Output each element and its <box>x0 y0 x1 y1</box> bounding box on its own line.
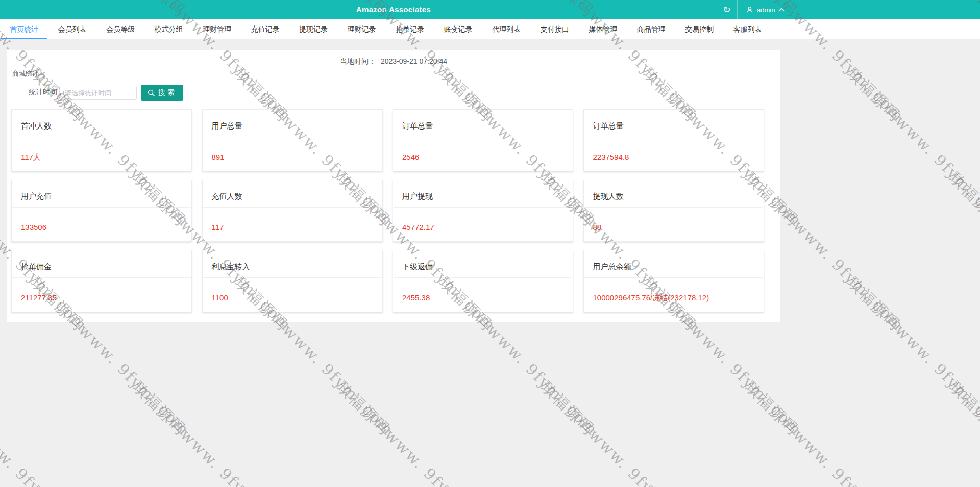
content-panel: 当地时间：2023-09-21 07:20:44 商城统计 统计时间 搜索 首冲… <box>7 50 780 322</box>
stat-card-withdraw-users: 提现人数 88 <box>583 180 764 242</box>
search-icon <box>148 89 155 97</box>
card-divider <box>394 277 572 278</box>
stat-card-order-total: 订单总量 2546 <box>393 109 573 171</box>
search-button-label: 搜索 <box>158 88 177 97</box>
username-label: admin <box>757 6 775 14</box>
stat-card-user-total-balance: 用户总余额 10000296475.76/冻结(232178.12) <box>583 250 764 312</box>
card-value: 133506 <box>21 223 46 232</box>
stat-cards-grid: 首冲人数 117人 用户总量 891 订单总量 2546 订单总量 223759… <box>11 109 764 312</box>
section-label: 商城统计 <box>12 69 39 79</box>
header-divider <box>714 0 714 19</box>
tab-finance-records[interactable]: 理财记录 <box>338 19 386 39</box>
card-divider <box>203 207 382 208</box>
card-title: 首冲人数 <box>21 121 52 131</box>
card-value: 2546 <box>402 152 419 161</box>
card-value: 117人 <box>21 152 41 162</box>
card-value: 45772.17 <box>402 223 434 232</box>
local-time: 当地时间：2023-09-21 07:20:44 <box>7 57 780 66</box>
app-title: Amazon Associates <box>0 0 787 19</box>
tab-finance-management[interactable]: 理财管理 <box>193 19 241 39</box>
watermark-text: 玖福源码www. 9fym. com <box>434 482 602 487</box>
card-title: 订单总量 <box>402 121 433 131</box>
card-divider <box>584 207 763 208</box>
watermark-text: 玖福源码www. 9fym. com <box>843 482 980 487</box>
card-title: 利息宝转入 <box>212 262 250 272</box>
tab-recharge-records[interactable]: 充值记录 <box>241 19 290 39</box>
stat-card-user-total: 用户总量 891 <box>202 109 383 171</box>
card-value: 211277.35 <box>21 293 57 302</box>
stat-card-first-charge-users: 首冲人数 117人 <box>11 109 192 171</box>
tab-member-level[interactable]: 会员等级 <box>96 19 145 39</box>
stat-card-user-recharge: 用户充值 133506 <box>11 180 192 242</box>
stat-card-order-amount-total: 订单总量 2237594.8 <box>583 109 764 171</box>
card-divider <box>394 207 572 208</box>
stat-card-user-withdraw: 用户提现 45772.17 <box>393 180 573 242</box>
local-time-label: 当地时间： <box>340 57 376 65</box>
tab-customer-service-list[interactable]: 客服列表 <box>724 19 772 39</box>
watermark-text: 玖福源码www. 9fym. com <box>639 482 806 487</box>
card-title: 用户总余额 <box>593 262 631 272</box>
card-title: 抢单佣金 <box>21 262 52 272</box>
card-divider <box>203 137 382 137</box>
card-title: 用户提现 <box>402 192 433 201</box>
card-title: 用户充值 <box>21 192 52 201</box>
tab-product-management[interactable]: 商品管理 <box>627 19 676 39</box>
refresh-icon: ↻ <box>723 5 730 15</box>
main-nav: 首页统计 会员列表 会员等级 模式分组 理财管理 充值记录 提现记录 理财记录 … <box>0 19 980 39</box>
card-divider <box>12 137 191 137</box>
tab-balance-change-records[interactable]: 账变记录 <box>434 19 483 39</box>
watermark-text: 玖福源码www. 9fym. com <box>332 377 500 487</box>
watermark-text: 玖福源码www. 9fym. com <box>843 273 980 441</box>
card-title: 用户总量 <box>212 121 242 131</box>
local-time-value: 2023-09-21 07:20:44 <box>381 57 447 65</box>
stat-card-grab-commission: 抢单佣金 211277.35 <box>11 250 192 312</box>
watermark-text: 玖福源码www. 9fym. com <box>128 377 296 487</box>
card-value: 2455.38 <box>402 293 430 302</box>
tab-withdraw-records[interactable]: 提现记录 <box>289 19 338 39</box>
card-divider <box>584 137 763 137</box>
card-divider <box>12 207 191 208</box>
card-value: 1100 <box>212 293 228 302</box>
watermark-text: 玖福源码www. 9fym. com <box>843 64 980 232</box>
app-header: Amazon Associates ↻ admin <box>0 0 980 19</box>
watermark-text: 玖福源码www. 9fym. com <box>536 377 704 487</box>
card-value: 117 <box>212 223 224 232</box>
watermark-text: 玖福源码www. 9fym. com <box>945 168 980 336</box>
card-divider <box>584 277 763 278</box>
search-button[interactable]: 搜索 <box>141 85 183 101</box>
tab-agent-list[interactable]: 代理列表 <box>482 19 531 39</box>
card-title: 下级返佣 <box>402 262 433 272</box>
card-divider <box>203 277 382 278</box>
watermark-text: 玖福源码www. 9fym. com <box>741 377 909 487</box>
watermark-text: 玖福源码www. 9fym. com <box>26 482 194 487</box>
card-value: 2237594.8 <box>593 152 629 161</box>
card-title: 充值人数 <box>212 192 242 201</box>
card-value: 891 <box>212 152 225 161</box>
card-value: 10000296475.76/冻结(232178.12) <box>593 293 709 303</box>
tab-member-list[interactable]: 会员列表 <box>48 19 97 39</box>
card-title: 订单总量 <box>593 121 624 131</box>
tab-media-management[interactable]: 媒体管理 <box>579 19 627 39</box>
tab-order-grab-records[interactable]: 抢单记录 <box>386 19 434 39</box>
watermark-text: 玖福源码www. 9fym. com <box>945 377 980 487</box>
card-divider <box>12 277 191 278</box>
tab-mode-group[interactable]: 模式分组 <box>145 19 193 39</box>
tab-trade-control[interactable]: 交易控制 <box>675 19 724 39</box>
card-divider <box>394 137 572 137</box>
stat-card-sub-rebate: 下级返佣 2455.38 <box>393 250 573 312</box>
user-icon <box>746 6 753 13</box>
card-title: 提现人数 <box>593 192 624 201</box>
header-divider <box>737 0 738 19</box>
watermark-text: 玖福源码www. 9fym. com <box>230 482 398 487</box>
user-menu[interactable]: admin <box>741 0 790 19</box>
stat-time-label: 统计时间 <box>29 88 57 97</box>
tab-home-stats[interactable]: 首页统计 <box>0 19 48 39</box>
watermark-text: 玖福源码www. 9fym. com <box>0 377 92 487</box>
refresh-button[interactable]: ↻ <box>717 0 737 19</box>
stat-card-recharge-users: 充值人数 117 <box>202 180 383 242</box>
card-value: 88 <box>593 223 602 232</box>
stat-time-input[interactable] <box>59 86 137 100</box>
chevron-up-icon <box>778 8 785 12</box>
stat-card-interest-transfer: 利息宝转入 1100 <box>202 250 383 312</box>
tab-payment-api[interactable]: 支付接口 <box>531 19 579 39</box>
